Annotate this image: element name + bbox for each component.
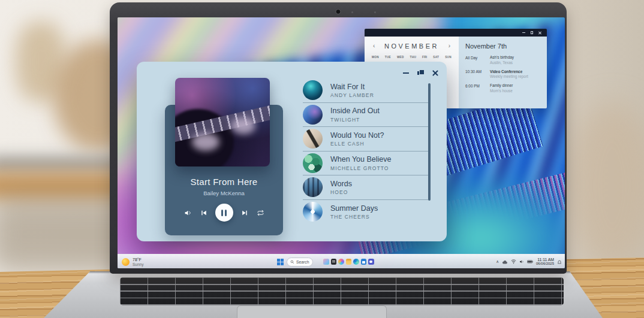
- track-title: Inside And Out: [330, 107, 380, 115]
- search-input[interactable]: Search: [287, 258, 313, 266]
- track-title: Would You Not?: [330, 131, 384, 140]
- sun-icon: [122, 258, 130, 266]
- weather-condition: Sunny: [133, 262, 143, 266]
- track-title: Summer Days: [330, 204, 378, 213]
- close-icon[interactable]: [432, 69, 438, 76]
- event-detail: Austin, Texas: [490, 60, 514, 65]
- now-playing-title: Start From Here: [165, 177, 283, 187]
- track-artist: MICHELLE GROTTO: [330, 165, 391, 171]
- pause-icon: [225, 210, 227, 216]
- taskbar-apps: [323, 259, 374, 265]
- file-explorer-icon[interactable]: [346, 259, 352, 265]
- repeat-icon[interactable]: [257, 209, 264, 217]
- weekday-label: FRI: [422, 56, 427, 59]
- scene: ‹ NOVEMBER › MON TUE WED THU FRI SAT SUN: [0, 0, 644, 318]
- edge-browser-icon[interactable]: [353, 259, 359, 265]
- close-icon[interactable]: [538, 31, 541, 34]
- track-title: Wait For It: [330, 83, 374, 91]
- laptop-touchpad[interactable]: [237, 305, 387, 318]
- track-thumbnail: [303, 129, 323, 149]
- widgets-icon[interactable]: [323, 259, 329, 265]
- calendar-event[interactable]: 6:00 PM Family dinner Mom's house: [465, 83, 540, 93]
- playlist-item[interactable]: Words HOEO: [303, 175, 428, 200]
- previous-track-icon[interactable]: [200, 209, 207, 217]
- start-button[interactable]: [277, 259, 284, 265]
- album-art-detail: [231, 117, 255, 134]
- track-title: Words: [330, 180, 352, 188]
- track-title: When You Believe: [330, 155, 391, 163]
- next-track-icon[interactable]: [241, 209, 249, 217]
- playlist-item[interactable]: Would You Not? ELLE CASH: [303, 127, 428, 152]
- event-title: Family dinner: [490, 83, 513, 87]
- restore-icon[interactable]: [417, 69, 424, 76]
- track-artist: THE CHEERS: [330, 214, 378, 220]
- event-time: 10:30 AM: [465, 69, 490, 79]
- track-artist: ELLE CASH: [330, 141, 384, 147]
- weekday-label: THU: [410, 56, 417, 59]
- playlist-scrollbar[interactable]: [428, 83, 431, 201]
- album-art-detail: [192, 133, 219, 151]
- battery-icon[interactable]: [527, 260, 533, 264]
- onedrive-icon[interactable]: [502, 260, 508, 264]
- tray-chevron-icon[interactable]: ∧: [496, 259, 499, 264]
- track-thumbnail: [303, 105, 323, 125]
- minimize-icon[interactable]: [403, 69, 410, 76]
- calendar-day-panel: November 7th All Day Ash's birthday Aust…: [459, 37, 547, 108]
- event-detail: Mom's house: [490, 89, 513, 93]
- playlist-item[interactable]: When You Believe MICHELLE GROTTO: [303, 152, 428, 176]
- playlist-item[interactable]: Summer Days THE CHEERS: [303, 200, 428, 225]
- taskbar-center: Search: [277, 255, 374, 268]
- album-art: [175, 78, 270, 166]
- wifi-icon[interactable]: [511, 259, 516, 264]
- playlist-item[interactable]: Inside And Out TWILIGHT: [303, 103, 428, 128]
- microsoft-store-icon[interactable]: [361, 259, 367, 265]
- track-artist: HOEO: [330, 189, 352, 195]
- mic-dot: [374, 11, 376, 13]
- selected-day-title: November 7th: [465, 43, 540, 50]
- weekday-label: MON: [372, 56, 379, 59]
- notepad-icon[interactable]: [331, 259, 337, 265]
- calendar-titlebar[interactable]: [365, 29, 547, 37]
- calendar-weekday-row: MON TUE WED THU FRI SAT SUN: [365, 56, 459, 59]
- weekday-label: WED: [397, 56, 404, 59]
- system-tray: ∧: [496, 255, 562, 268]
- track-thumbnail: [303, 202, 323, 222]
- track-thumbnail: [303, 177, 323, 197]
- next-month-icon[interactable]: ›: [449, 43, 450, 49]
- laptop-screen-bezel: ‹ NOVEMBER › MON TUE WED THU FRI SAT SUN: [110, 2, 567, 274]
- search-placeholder: Search: [296, 260, 309, 264]
- volume-icon[interactable]: [184, 209, 192, 217]
- pause-button[interactable]: [215, 204, 233, 222]
- weather-temperature: 78°F: [133, 258, 143, 262]
- clock-date: 06/06/2025: [536, 262, 554, 266]
- event-detail: Weekly meeting report: [490, 74, 528, 78]
- playlist: Wait For It ANDY LAMBER Inside And Out T…: [303, 78, 428, 224]
- tray-volume-icon[interactable]: [519, 259, 524, 264]
- calendar-event[interactable]: 10:30 AM Video Conference Weekly meeting…: [465, 69, 540, 79]
- event-time: All Day: [465, 55, 490, 65]
- desktop: ‹ NOVEMBER › MON TUE WED THU FRI SAT SUN: [118, 17, 565, 268]
- taskbar-clock[interactable]: 11:11 AM 06/06/2025: [536, 258, 554, 266]
- weather-widget[interactable]: 78°F Sunny: [122, 255, 143, 268]
- weekday-label: SAT: [433, 56, 439, 59]
- maximize-icon[interactable]: [531, 31, 534, 34]
- notification-bell-icon[interactable]: [557, 259, 562, 265]
- teams-icon[interactable]: [368, 259, 374, 265]
- clock-time: 11:11 AM: [536, 258, 554, 262]
- weekday-label: SUN: [445, 56, 452, 59]
- minimize-icon[interactable]: [522, 32, 525, 33]
- laptop-keyboard[interactable]: [120, 277, 564, 305]
- calendar-nav: ‹ NOVEMBER ›: [365, 43, 459, 50]
- music-player-window: Start From Here Bailey McKenna: [137, 62, 447, 241]
- pause-icon: [221, 210, 223, 216]
- background-warm-glow: [567, 102, 644, 269]
- calendar-event[interactable]: All Day Ash's birthday Austin, Texas: [465, 55, 540, 65]
- mic-dot: [351, 11, 353, 13]
- prev-month-icon[interactable]: ‹: [373, 43, 375, 49]
- playlist-item[interactable]: Wait For It ANDY LAMBER: [303, 78, 428, 103]
- track-artist: TWILIGHT: [330, 117, 380, 123]
- now-playing-artist: Bailey McKenna: [165, 190, 283, 196]
- event-time: 6:00 PM: [465, 83, 490, 93]
- copilot-icon[interactable]: [338, 259, 344, 265]
- event-title: Ash's birthday: [490, 55, 514, 59]
